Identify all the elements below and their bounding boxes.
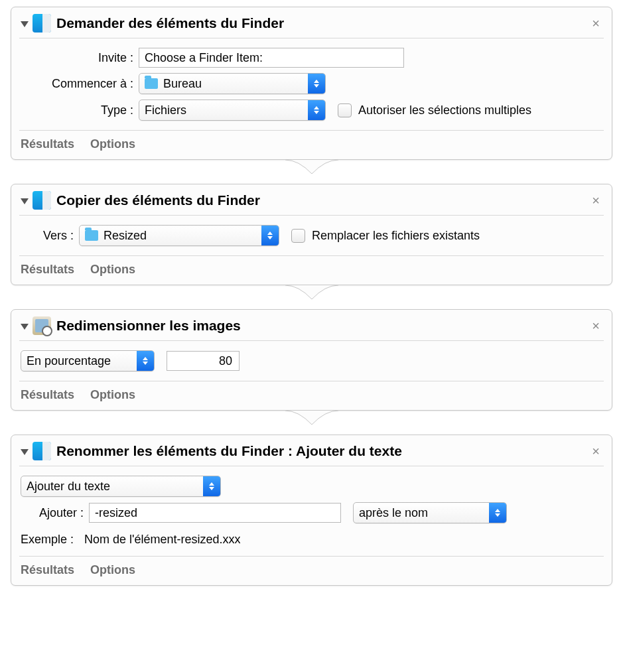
allow-multiple-checkbox[interactable] [338, 103, 352, 117]
rename-mode-value: Ajouter du texte [27, 480, 110, 494]
type-label: Type : [21, 103, 139, 117]
invite-label: Invite : [21, 51, 139, 65]
disclosure-triangle-icon[interactable] [21, 21, 29, 27]
action-copy-finder-items: Copier des éléments du Finder × Vers : R… [11, 184, 612, 285]
action-scale-images: Redimensionner les images × En pourcenta… [11, 309, 612, 411]
chevron-up-down-icon [203, 476, 220, 496]
example-value: Nom de l'élément-resized.xxx [84, 533, 241, 547]
position-popup[interactable]: après le nom [353, 502, 507, 523]
action-header: Demander des éléments du Finder × [11, 7, 612, 38]
chevron-up-down-icon [261, 226, 279, 245]
workflow-connector [11, 411, 612, 435]
action-ask-finder-items: Demander des éléments du Finder × Invite… [11, 7, 612, 160]
close-icon[interactable]: × [589, 15, 602, 31]
workflow-connector [11, 285, 612, 309]
to-value: Resized [104, 229, 147, 243]
action-title: Renommer les éléments du Finder : Ajoute… [56, 443, 402, 459]
to-label: Vers : [21, 229, 79, 243]
action-title: Copier des éléments du Finder [56, 192, 260, 208]
invite-field[interactable] [139, 48, 404, 68]
chevron-up-down-icon [308, 100, 325, 120]
action-title: Redimensionner les images [56, 318, 241, 334]
close-icon[interactable]: × [589, 318, 602, 334]
action-body: Vers : Resized Remplacer les fichiers ex… [11, 216, 612, 255]
results-button[interactable]: Résultats [21, 137, 74, 151]
finder-icon [33, 14, 51, 33]
options-button[interactable]: Options [90, 388, 135, 402]
preview-icon [33, 316, 51, 335]
example-label: Exemple : [21, 533, 84, 547]
action-body: En pourcentage [11, 341, 612, 381]
chevron-up-down-icon [489, 503, 506, 523]
options-button[interactable]: Options [90, 263, 135, 277]
position-value: après le nom [359, 506, 428, 520]
scale-mode-value: En pourcentage [27, 354, 111, 368]
disclosure-triangle-icon[interactable] [21, 198, 29, 204]
scale-mode-popup[interactable]: En pourcentage [21, 350, 155, 371]
replace-existing-checkbox[interactable] [291, 229, 305, 243]
options-button[interactable]: Options [90, 137, 135, 151]
results-button[interactable]: Résultats [21, 563, 74, 577]
action-body: Invite : Commencer à : Bureau Type : Fi [11, 38, 612, 130]
add-text-field[interactable] [89, 503, 341, 523]
scale-amount-field[interactable] [167, 351, 240, 371]
disclosure-triangle-icon[interactable] [21, 449, 29, 455]
chevron-up-down-icon [137, 351, 154, 371]
action-body: Ajouter du texte Ajouter : après le nom … [11, 466, 612, 556]
action-rename-finder-items: Renommer les éléments du Finder : Ajoute… [11, 435, 612, 586]
start-at-popup[interactable]: Bureau [139, 73, 326, 94]
close-icon[interactable]: × [589, 443, 602, 459]
type-popup[interactable]: Fichiers [139, 100, 326, 121]
finder-icon [33, 442, 51, 460]
action-footer: Résultats Options [11, 557, 612, 585]
replace-existing-label: Remplacer les fichiers existants [312, 229, 480, 243]
action-header: Copier des éléments du Finder × [11, 184, 612, 215]
folder-icon [85, 230, 98, 241]
action-title: Demander des éléments du Finder [56, 15, 284, 31]
disclosure-triangle-icon[interactable] [21, 324, 29, 330]
chevron-up-down-icon [308, 74, 325, 94]
allow-multiple-label: Autoriser les sélections multiples [358, 103, 531, 117]
start-at-label: Commencer à : [21, 77, 139, 91]
results-button[interactable]: Résultats [21, 263, 74, 277]
rename-mode-popup[interactable]: Ajouter du texte [21, 476, 221, 497]
action-header: Renommer les éléments du Finder : Ajoute… [11, 435, 612, 466]
type-value: Fichiers [145, 103, 186, 117]
workflow-connector [11, 160, 612, 184]
action-header: Redimensionner les images × [11, 310, 612, 340]
to-popup[interactable]: Resized [79, 225, 279, 246]
finder-icon [33, 191, 51, 210]
results-button[interactable]: Résultats [21, 388, 74, 402]
start-at-value: Bureau [163, 77, 202, 91]
folder-icon [145, 78, 158, 89]
options-button[interactable]: Options [90, 563, 135, 577]
add-label: Ajouter : [21, 506, 89, 520]
close-icon[interactable]: × [589, 192, 602, 208]
